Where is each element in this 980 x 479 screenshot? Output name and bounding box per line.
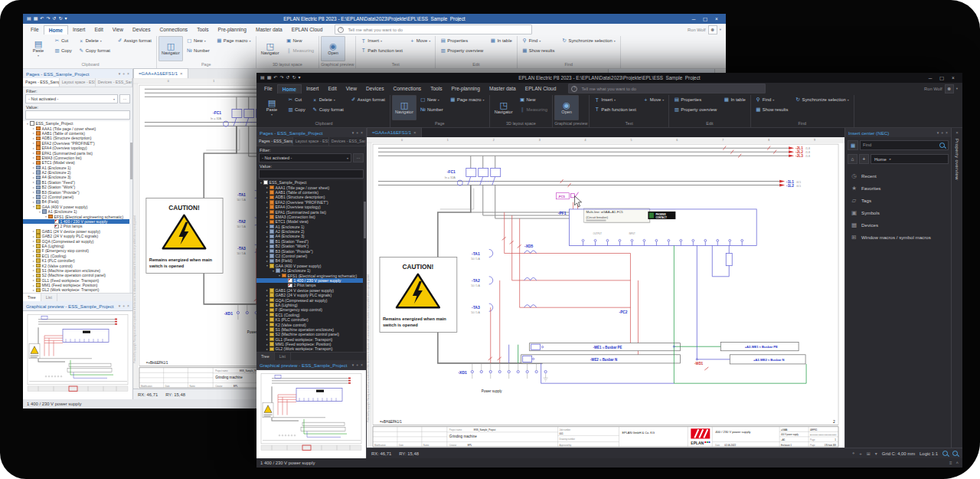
ribbon-tab-tools[interactable]: Tools [426,84,446,93]
busbar-a2we2[interactable]: +A2-WE2 ≈ Busbar N [730,355,805,364]
tellme-search[interactable]: ? [568,84,766,94]
tree-scrollbar[interactable] [363,180,366,352]
status-icon[interactable]: ▾ [875,451,877,456]
insert-item-favorites[interactable]: ★Favorites [845,182,951,194]
in-table-button[interactable]: ▦In table [487,36,514,46]
cut-button[interactable]: ✂Cut [51,36,75,46]
schematic-drawing[interactable]: 01 23 45 67 89 Protected by copyright. P… [367,137,844,448]
path-function-text-button[interactable]: TPath function text [591,105,639,115]
dock-arrow-icon[interactable]: ▾ [352,363,354,367]
show-results-button[interactable]: ▦Show results [519,46,558,56]
new-button[interactable]: ▣New [283,36,318,46]
eplan-window-foreground[interactable]: ▤▦↶↷↺↻▾EPLAN Electric P8 2023 - E:\EPLAN… [256,73,962,468]
filter-dropdown[interactable]: - Not activated -▾ [259,153,351,162]
filter-more-button[interactable]: … [353,153,364,162]
find-button[interactable]: ⚲Find▾ [519,36,558,46]
value-input[interactable] [25,110,130,120]
status-icon[interactable]: ⌖ [852,451,854,456]
property-overview-tab[interactable]: Property overview [955,139,959,180]
home-icon[interactable]: ⌂ [848,154,858,164]
find-button[interactable]: ⚲Find▾ [753,95,792,105]
pin-icon[interactable]: ⌖ [356,130,358,136]
tellme-input[interactable] [346,27,529,33]
busbar-we1[interactable]: -WE1 ≈ Busbar PE [530,343,681,351]
preview-thumbnail[interactable] [23,311,132,399]
panel-tab-2[interactable]: Devices - ESS_Sample_... [329,137,366,146]
user-account[interactable]: Ron Wolf☻▾ [688,25,721,34]
dock-arrow-icon[interactable]: ▾ [119,303,121,308]
property-overview-button[interactable]: ▥Property overview [437,46,486,56]
find-input[interactable] [861,143,939,147]
panel-tab-2[interactable]: Devices - ESS_Sample_... [96,78,132,87]
properties-button[interactable]: ▤Properties [671,95,720,105]
qat-icon[interactable]: ▤ [27,14,31,24]
insert-item-symbols[interactable]: ▣Symbols [845,206,951,218]
page-macro-button[interactable]: ▦Page macro▾ [214,36,254,46]
pin-icon[interactable]: ⌖ [122,303,125,309]
insert-button[interactable]: TInsert▾ [591,95,639,105]
ribbon-tab-devices[interactable]: Devices [128,25,155,34]
window-close-button[interactable]: × [948,73,959,83]
qat-icon[interactable]: ▤ [260,73,265,83]
dock-arrow-icon[interactable]: ▾ [937,130,939,135]
close-icon[interactable]: × [946,130,948,135]
open-button[interactable]: ◉Open [321,36,345,61]
tellme-search[interactable]: ? [335,25,532,34]
ribbon-tab-file[interactable]: File [260,84,277,93]
insert-item-devices[interactable]: ▦Devices [845,218,951,231]
navigator-button[interactable]: ◳Navigator [492,95,516,120]
scrollbar-thumb[interactable] [364,202,366,238]
assign-format-button[interactable]: ✐Assign format [348,95,388,105]
paste-button[interactable]: ▤Paste▾ [26,36,51,61]
editor-tab[interactable]: =GAA+A1&EFS1/1× [367,127,422,137]
copy-format-button[interactable]: ✎Copy format [76,46,113,56]
number-button[interactable]: №Number [184,46,213,56]
schematic-canvas[interactable]: 01 23 45 67 89 Protected by copyright. P… [367,137,844,448]
ribbon-tab-insert[interactable]: Insert [302,84,324,93]
insert-find-field[interactable] [860,140,949,150]
ribbon-tab-home[interactable]: Home [277,84,302,94]
copy-button[interactable]: ▥Copy [51,46,75,56]
ribbon-tab-master-data[interactable]: Master data [485,84,521,93]
window-close-button[interactable]: × [711,14,722,24]
tab-tree[interactable]: Tree [23,294,41,301]
dock-arrow-icon[interactable]: ▾ [352,130,354,135]
grid-setting[interactable]: Grid C: 4,00 mm [882,451,915,456]
tab-list[interactable]: List [41,294,57,301]
editor-tab[interactable]: =GAA+A1&EFS1/1× [133,68,188,78]
ribbon-tab-home[interactable]: Home [44,25,68,34]
close-icon[interactable]: × [127,71,129,76]
ribbon-tab-insert[interactable]: Insert [68,25,90,34]
busbar-we2[interactable]: -WE2 ≈ Busbar N [521,355,681,363]
assign-format-button[interactable]: ✐Assign format [114,36,155,46]
window-minimize-button[interactable]: ─ [688,14,699,24]
qat-icon[interactable]: ↺ [52,14,56,24]
user-account[interactable]: Ron Wolf☻▾ [924,84,958,94]
tab-list[interactable]: List [275,353,291,360]
zoom-out-icon[interactable] [952,451,958,456]
show-results-button[interactable]: ▦Show results [753,105,792,115]
qat-icon[interactable]: ▦ [34,14,38,24]
filter-dropdown[interactable]: - Not activated -▾ [25,94,118,103]
ribbon-tab-tools[interactable]: Tools [192,25,213,34]
pin-icon[interactable]: ⌖ [941,130,943,136]
ribbon-tab-view[interactable]: View [341,84,361,93]
ribbon-tab-edit[interactable]: Edit [323,84,341,93]
logic-scale[interactable]: Logic 1:1 [920,451,938,456]
breadcrumb[interactable]: Home▸ [871,154,949,164]
in-table-button[interactable]: ▦In table [720,95,748,105]
move-button[interactable]: +Move▾ [640,95,667,105]
ribbon-tab-connections[interactable]: Connections [388,84,426,93]
qat-icon[interactable]: ↶ [40,14,44,24]
page-macro-button[interactable]: ▦Page macro▾ [447,95,488,105]
qat-icon[interactable]: ↷ [46,14,50,24]
window-restore-button[interactable]: ▢ [936,73,947,83]
status-icon[interactable]: ˄ [956,461,959,465]
insert-item-window-macros-symbol-macros[interactable]: ⊞Window macros / symbol macros [845,231,951,243]
close-icon[interactable]: × [956,130,959,135]
qat-icon[interactable]: ▾ [298,73,300,83]
scrollbar-thumb[interactable] [130,143,132,179]
new-button[interactable]: ▢New▾ [184,36,213,46]
ribbon-tab-eplan-cloud[interactable]: EPLAN Cloud [521,84,561,93]
panel-tab-0[interactable]: Pages - ESS_Sample_P... [256,137,293,146]
